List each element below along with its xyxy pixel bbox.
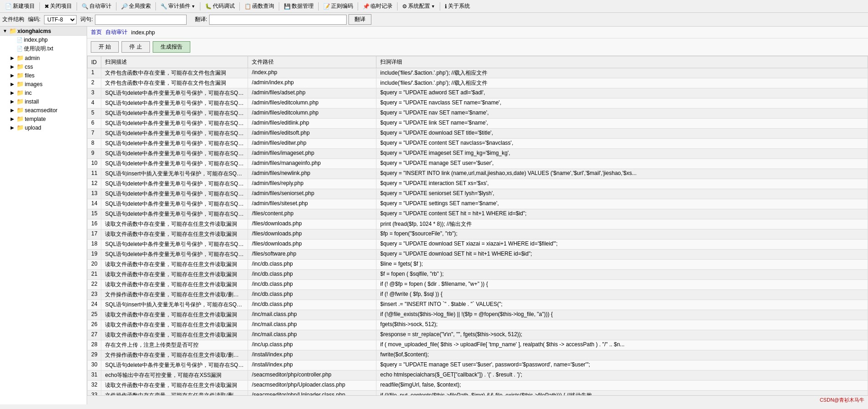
table-row[interactable]: 31echo等输出中存在可控变量，可能存在XSS漏洞/seacmseditor/… <box>88 371 868 381</box>
table-row[interactable]: 2文件包含函数中存在变量，可能存在文件包含漏洞/admin/index.phpi… <box>88 78 868 88</box>
cell-path: /admin/files/editcolumn.php <box>248 109 376 119</box>
table-row[interactable]: 18SQL语句delete中条件变量无单引号保护，可能存在SQL注入漏洞/fil… <box>88 240 868 250</box>
table-row[interactable]: 12SQL语句delete中条件变量无单引号保护，可能存在SQL注入漏洞/adm… <box>88 179 868 189</box>
template-toggle[interactable]: ▶ <box>9 116 16 121</box>
cell-detail: fgets($this->sock, 512); <box>376 320 868 330</box>
global-search-btn[interactable]: 🔎 全局搜索 <box>118 1 154 11</box>
table-row[interactable]: 27读取文件函数中存在变量，可能存在任意文件读取漏洞/inc/mail.clas… <box>88 330 868 340</box>
tree-item-inc[interactable]: ▶ 📁 inc <box>0 88 87 97</box>
folder-label-template: template <box>25 116 46 122</box>
cell-path: /admin/index.php <box>248 78 376 88</box>
breadcrumb-home[interactable]: 首页 <box>91 28 102 36</box>
root-toggle[interactable]: ▼ <box>2 28 8 33</box>
tree-item-template[interactable]: ▶ 📁 template <box>0 115 87 123</box>
data-manage-btn[interactable]: 💾 数据管理 <box>281 1 316 11</box>
auto-audit-btn[interactable]: 🔍 自动审计 <box>79 1 114 11</box>
tree-item-upload[interactable]: ▶ 📁 upload <box>0 123 87 132</box>
table-row[interactable]: 3SQL语句delete中条件变量无单引号保护，可能存在SQL注入漏洞/admi… <box>88 88 868 98</box>
sep3 <box>116 2 116 11</box>
cell-desc: SQL语句delete中条件变量无单引号保护，可能存在SQL注入漏洞 <box>101 360 248 371</box>
report-btn[interactable]: 生成报告 <box>153 41 190 53</box>
table-row[interactable]: 5SQL语句delete中条件变量无单引号保护，可能存在SQL注入漏洞/admi… <box>88 109 868 119</box>
cell-id: 14 <box>88 199 101 209</box>
table-row[interactable]: 29文件操作函数中存在变量，可能存在任意文件读取/删除/修.../install… <box>88 350 868 360</box>
temp-record-btn[interactable]: 📌 临时记录 <box>360 1 395 11</box>
table-row[interactable]: 11SQL语句insert中插入变量无单引号保护，可能存在SQL注入漏洞/adm… <box>88 169 868 179</box>
images-toggle[interactable]: ▶ <box>9 82 16 87</box>
keyword-input[interactable] <box>95 15 187 25</box>
tree-root[interactable]: ▼ 📁 xionghaicms <box>0 27 87 36</box>
table-row[interactable]: 23文件操作函数中存在变量，可能存在任意文件读取/删除/修.../inc/db.… <box>88 290 868 300</box>
table-row[interactable]: 33文件操作函数中存在变量，可能存在任意文件读取/删除/修.../seacmse… <box>88 391 868 396</box>
regex-encode-btn[interactable]: 📝 正则编码 <box>321 1 356 11</box>
table-row[interactable]: 26读取文件函数中存在变量，可能存在任意文件读取漏洞/inc/mail.clas… <box>88 320 868 330</box>
translate-input[interactable] <box>209 15 347 25</box>
tree-item-index-php[interactable]: 📄 index.php <box>0 36 87 44</box>
table-row[interactable]: 1文件包含函数中存在变量，可能存在文件包含漏洞/index.phpinclude… <box>88 68 868 78</box>
sys-config-btn[interactable]: ⚙ 系统配置 ▼ <box>399 1 438 11</box>
tree-item-seacmseditor[interactable]: ▶ 📁 seacmseditor <box>0 106 87 115</box>
start-btn[interactable]: 开 始 <box>91 41 119 53</box>
table-row[interactable]: 14SQL语句delete中条件变量无单引号保护，可能存在SQL注入漏洞/adm… <box>88 199 868 209</box>
cell-path: /files/content.php <box>248 209 376 219</box>
table-row[interactable]: 13SQL语句delete中条件变量无单引号保护，可能存在SQL注入漏洞/adm… <box>88 189 868 199</box>
sep8 <box>318 2 319 11</box>
tree-item-readme[interactable]: 📄 使用说明.txt <box>0 44 87 54</box>
sep9 <box>358 2 358 11</box>
tree-item-admin[interactable]: ▶ 📁 admin <box>0 54 87 62</box>
table-row[interactable]: 22读取文件函数中存在变量，可能存在任意文件读取漏洞/inc/db.class.… <box>88 280 868 290</box>
table-row[interactable]: 7SQL语句delete中条件变量无单引号保护，可能存在SQL注入漏洞/admi… <box>88 129 868 139</box>
table-row[interactable]: 10SQL语句delete中条件变量无单引号保护，可能存在SQL注入漏洞/adm… <box>88 159 868 169</box>
code-debug-btn[interactable]: 🐛 代码调试 <box>202 1 238 11</box>
sep10 <box>397 2 398 11</box>
tree-item-images[interactable]: ▶ 📁 images <box>0 80 87 88</box>
close-project-btn[interactable]: ✖ 关闭项目 <box>42 1 75 11</box>
about-btn[interactable]: ℹ 关于系统 <box>442 1 473 11</box>
upload-toggle[interactable]: ▶ <box>9 125 16 130</box>
table-row[interactable]: 20读取文件函数中存在变量，可能存在任意文件读取漏洞/inc/db.class.… <box>88 260 868 270</box>
stop-btn[interactable]: 停 止 <box>122 41 149 53</box>
cell-path: /inc/db.class.php <box>248 260 376 270</box>
inc-toggle[interactable]: ▶ <box>9 90 16 95</box>
cell-desc: 文件操作函数中存在变量，可能存在任意文件读取/删除/修... <box>101 391 248 396</box>
table-row[interactable]: 19SQL语句delete中条件变量无单引号保护，可能存在SQL注入漏洞/fil… <box>88 250 868 260</box>
func-icon: 📋 <box>244 3 251 10</box>
table-row[interactable]: 9SQL语句delete中条件变量无单引号保护，可能存在SQL注入漏洞/admi… <box>88 149 868 159</box>
table-row[interactable]: 28存在文件上传，注意上传类型是否可控/inc/up.class.phpif (… <box>88 340 868 350</box>
install-toggle[interactable]: ▶ <box>9 99 16 104</box>
files-toggle[interactable]: ▶ <box>9 73 16 78</box>
table-row[interactable]: 15SQL语句delete中条件变量无单引号保护，可能存在SQL注入漏洞/fil… <box>88 209 868 219</box>
table-row[interactable]: 16读取文件函数中存在变量，可能存在任意文件读取漏洞/files/downloa… <box>88 219 868 229</box>
table-row[interactable]: 32读取文件函数中存在变量，可能存在任意文件读取漏洞/seacmseditor/… <box>88 381 868 391</box>
folder-icon-admin: 📁 <box>17 55 24 61</box>
css-toggle[interactable]: ▶ <box>9 64 16 69</box>
cell-id: 8 <box>88 139 101 149</box>
table-row[interactable]: 4SQL语句delete中条件变量无单引号保护，可能存在SQL注入漏洞/admi… <box>88 98 868 109</box>
tree-item-install[interactable]: ▶ 📁 install <box>0 97 87 106</box>
encoding-select[interactable]: UTF-8 GBK GB2312 <box>44 15 77 24</box>
folder-label-files: files <box>25 72 34 79</box>
table-row[interactable]: 25读取文件函数中存在变量，可能存在任意文件读取漏洞/inc/mail.clas… <box>88 310 868 320</box>
cell-detail: if (! @$fp = fopen ( $dir . $filename, "… <box>376 280 868 290</box>
seacms-toggle[interactable]: ▶ <box>9 108 16 113</box>
cell-desc: SQL语句delete中条件变量无单引号保护，可能存在SQL注入漏洞 <box>101 109 248 119</box>
table-row[interactable]: 17读取文件函数中存在变量，可能存在任意文件读取漏洞/files/downloa… <box>88 229 868 240</box>
results-table-wrapper[interactable]: ID 扫洞描述 文件路径 扫洞详细 1文件包含函数中存在变量，可能存在文件包含漏… <box>87 56 868 395</box>
func-query-btn[interactable]: 📋 函数查询 <box>242 1 277 11</box>
translate-btn[interactable]: 翻译 <box>348 14 371 25</box>
sep7 <box>279 2 279 11</box>
cell-id: 7 <box>88 129 101 139</box>
config-dropdown-icon: ▼ <box>431 4 435 9</box>
admin-toggle[interactable]: ▶ <box>9 55 16 60</box>
table-row[interactable]: 24SQL语句insert中插入变量无单引号保护，可能存在SQL注入漏洞/inc… <box>88 300 868 310</box>
tree-item-css[interactable]: ▶ 📁 css <box>0 62 87 71</box>
breadcrumb-audit[interactable]: 自动审计 <box>105 28 127 36</box>
table-row[interactable]: 21读取文件函数中存在变量，可能存在任意文件读取漏洞/inc/db.class.… <box>88 270 868 280</box>
table-row[interactable]: 6SQL语句delete中条件变量无单引号保护，可能存在SQL注入漏洞/admi… <box>88 119 868 129</box>
new-project-btn[interactable]: 📄 新建项目 <box>2 1 38 11</box>
table-row[interactable]: 30SQL语句delete中条件变量无单引号保护，可能存在SQL注入漏洞/ins… <box>88 360 868 371</box>
table-row[interactable]: 8SQL语句delete中条件变量无单引号保护，可能存在SQL注入漏洞/admi… <box>88 139 868 149</box>
close-icon: ✖ <box>44 3 49 10</box>
tree-item-files[interactable]: ▶ 📁 files <box>0 71 87 80</box>
audit-plugin-btn[interactable]: 🔧 审计插件 ▼ <box>158 1 198 11</box>
